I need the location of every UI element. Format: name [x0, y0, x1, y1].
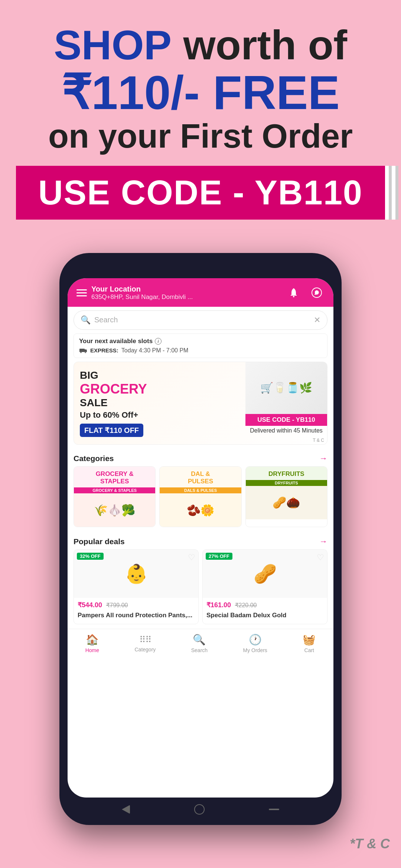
svg-point-4: [85, 352, 86, 353]
categories-row: GROCERY &STAPLES GROCERY & STAPLES 🌾🧄🥦 D…: [68, 466, 333, 532]
category-label-dryfruits: DRYFRUITS: [246, 467, 327, 480]
deal-price-original-badam: ₹220.00: [235, 602, 257, 608]
search-input[interactable]: Search: [94, 316, 310, 324]
banner-tc-text: T & C: [313, 438, 324, 443]
promo-shop-text: SHOP: [54, 22, 172, 68]
deal-name-pampers: Pampers All round Protection Pants,...: [74, 610, 198, 624]
banner-big-text: BIG: [80, 369, 239, 381]
promo-app-banner[interactable]: BIG GROCERY SALE Up to 60% Off+ FLAT ₹11…: [74, 362, 327, 445]
slot-time-text: Today 4:30 PM - 7:00 PM: [121, 347, 189, 354]
wishlist-icon-pampers[interactable]: ♡: [188, 553, 195, 562]
android-back-button[interactable]: [122, 805, 130, 814]
promo-code-banner: USE CODE - YB110: [16, 166, 385, 220]
phone-notch-area: [68, 264, 333, 274]
popular-deals-header: Popular deals →: [68, 532, 333, 549]
nav-item-cart[interactable]: 🧺 Cart: [303, 634, 316, 653]
popular-deals-arrow[interactable]: →: [319, 537, 327, 546]
nav-label-search: Search: [191, 647, 208, 653]
android-recent-button[interactable]: [269, 809, 279, 810]
promo-line3: on your First Order: [15, 118, 386, 155]
phone-notch: [163, 264, 238, 274]
popular-deals-title: Popular deals: [74, 537, 125, 546]
banner-right: 🛒🥛🫙🌿 USE CODE - YB110 Delivered within 4…: [245, 362, 327, 444]
deals-row: 32% OFF ♡ 👶 ₹544.00 ₹799.00 Pampers All …: [68, 549, 333, 629]
categories-arrow[interactable]: →: [319, 454, 327, 463]
header-right: [286, 285, 325, 300]
orders-icon: 🕐: [249, 634, 262, 646]
search-icon: 🔍: [81, 315, 91, 325]
category-card-dal[interactable]: DAL &PULSES DALS & PULSES 🫘🌼: [159, 466, 241, 527]
info-icon[interactable]: i: [155, 338, 162, 345]
svg-point-0: [293, 296, 294, 297]
banner-sale-text: SALE: [80, 397, 239, 409]
footer-tc: *T & C: [0, 832, 401, 855]
banner-flat-text: FLAT ₹110 OFF: [80, 424, 143, 437]
phone-container: Your Location 635Q+8HP, Sunil Nagar, Dom…: [0, 253, 401, 832]
category-card-dryfruits[interactable]: DRYFRUITS DRYFRUITS 🥜🌰: [245, 466, 327, 527]
location-address: 635Q+8HP, Sunil Nagar, Dombivli ...: [91, 293, 193, 301]
deal-name-badam: Special Badam Delux Gold: [203, 610, 327, 624]
category-card-grocery[interactable]: GROCERY &STAPLES GROCERY & STAPLES 🌾🧄🥦: [74, 466, 156, 527]
app-header: Your Location 635Q+8HP, Sunil Nagar, Dom…: [68, 278, 333, 307]
category-badge-grocery: GROCERY & STAPLES: [74, 487, 155, 493]
banner-off-text: Up to 60% Off+: [80, 410, 239, 420]
truck-icon: [79, 348, 87, 354]
promo-section: SHOP worth of ₹110/- FREE on your First …: [0, 0, 401, 253]
deal-price-current-pampers: ₹544.00: [78, 601, 102, 609]
banner-left: BIG GROCERY SALE Up to 60% Off+ FLAT ₹11…: [74, 362, 245, 444]
category-label-dal: DAL &PULSES: [160, 467, 241, 488]
deal-price-pampers: ₹544.00 ₹799.00: [74, 598, 198, 610]
deal-card-pampers[interactable]: 32% OFF ♡ 👶 ₹544.00 ₹799.00 Pampers All …: [74, 549, 199, 624]
category-badge-dal: DALS & PULSES: [160, 487, 241, 493]
location-label: Your Location: [91, 285, 193, 293]
banner-product-image: 🛒🥛🫙🌿: [245, 362, 327, 414]
deal-price-original-pampers: ₹799.00: [106, 602, 128, 608]
category-badge-dryfruits: DRYFRUITS: [246, 480, 327, 486]
nav-label-home: Home: [85, 647, 99, 653]
deal-badge-badam: 27% OFF: [206, 553, 232, 560]
search-bar[interactable]: 🔍 Search ✕: [74, 310, 327, 330]
banner-grocery-text: GROCERY: [80, 381, 239, 397]
phone-screen: Your Location 635Q+8HP, Sunil Nagar, Dom…: [68, 278, 333, 798]
nav-label-category: Category: [134, 647, 156, 652]
search-nav-icon: 🔍: [193, 634, 206, 646]
promo-worth-text: worth of: [172, 22, 347, 68]
wishlist-icon-badam[interactable]: ♡: [317, 553, 324, 562]
promo-line2: ₹110/- FREE: [15, 68, 386, 118]
bottom-nav: 🏠 Home ⠿⠿ Category 🔍 Search 🕐 My Orders …: [68, 629, 333, 656]
banner-delivery-text: Delivered within 45 Minutes: [245, 426, 327, 435]
close-icon[interactable]: ✕: [314, 315, 320, 325]
home-icon: 🏠: [86, 634, 99, 646]
category-label-grocery: GROCERY &STAPLES: [74, 467, 155, 488]
slot-time: EXPRESS: Today 4:30 PM - 7:00 PM: [79, 347, 322, 354]
deal-card-badam[interactable]: 27% OFF ♡ 🥜 ₹161.00 ₹220.00 Special Bada…: [202, 549, 327, 624]
header-left: Your Location 635Q+8HP, Sunil Nagar, Dom…: [76, 285, 193, 301]
bell-icon[interactable]: [286, 285, 301, 300]
delivery-slot: Your next available slots i EXPRESS: Tod…: [74, 333, 327, 358]
category-icon: ⠿⠿: [139, 635, 151, 645]
express-badge: EXPRESS:: [90, 347, 118, 354]
svg-point-3: [80, 352, 82, 353]
hamburger-icon[interactable]: [76, 289, 87, 296]
nav-item-category[interactable]: ⠿⠿ Category: [134, 635, 156, 652]
nav-label-cart: Cart: [304, 647, 314, 653]
nav-item-orders[interactable]: 🕐 My Orders: [243, 634, 267, 653]
nav-label-orders: My Orders: [243, 647, 267, 653]
slot-title: Your next available slots i: [79, 338, 322, 345]
android-home-button[interactable]: [194, 804, 205, 815]
categories-title: Categories: [74, 454, 114, 463]
location-text[interactable]: Your Location 635Q+8HP, Sunil Nagar, Dom…: [91, 285, 193, 301]
category-image-dryfruits: 🥜🌰: [246, 486, 327, 519]
android-nav-bar: [68, 799, 333, 818]
nav-item-home[interactable]: 🏠 Home: [85, 634, 99, 653]
slot-title-text: Your next available slots: [79, 338, 153, 345]
whatsapp-icon[interactable]: [309, 285, 325, 300]
cart-icon: 🧺: [303, 634, 316, 646]
nav-item-search[interactable]: 🔍 Search: [191, 634, 208, 653]
category-image-grocery: 🌾🧄🥦: [74, 493, 155, 527]
category-image-dal: 🫘🌼: [160, 493, 241, 527]
svg-rect-2: [79, 349, 85, 352]
deal-price-badam: ₹161.00 ₹220.00: [203, 598, 327, 610]
banner-code-text: USE CODE - YB110: [245, 414, 327, 426]
promo-line1: SHOP worth of: [15, 22, 386, 68]
